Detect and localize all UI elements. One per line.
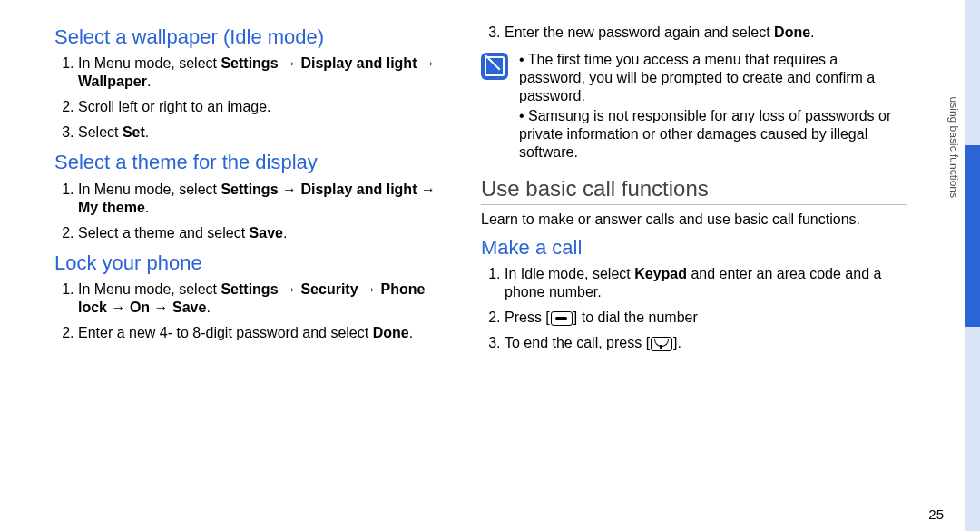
note-item: Samsung is not responsible for any loss … <box>519 107 907 162</box>
list-item: In Menu mode, select Settings → Security… <box>78 280 454 317</box>
note-icon <box>481 53 508 80</box>
list-item: Press [] to dial the number <box>505 309 907 327</box>
list-item: Select a theme and select Save. <box>78 224 454 242</box>
list-item: In Idle mode, select Keypad and enter an… <box>505 265 907 301</box>
heading-lock: Lock your phone <box>54 251 454 275</box>
side-label: using basic functions <box>947 97 960 198</box>
intro-call-functions: Learn to make or answer calls and use ba… <box>481 211 907 229</box>
list-item: Select Set. <box>78 123 454 142</box>
call-key-icon <box>551 311 573 326</box>
left-column: Select a wallpaper (Idle mode) In Menu m… <box>54 18 481 522</box>
list-item: Scroll left or right to an image. <box>78 98 454 116</box>
manual-page: Select a wallpaper (Idle mode) In Menu m… <box>54 18 926 522</box>
list-item: In Menu mode, select Settings → Display … <box>78 181 454 217</box>
steps-lock-continued: Enter the new password again and select … <box>481 24 907 42</box>
steps-make-call: In Idle mode, select Keypad and enter an… <box>481 265 907 352</box>
list-item: Enter the new password again and select … <box>505 24 907 42</box>
side-tab-active <box>965 145 980 327</box>
steps-lock: In Menu mode, select Settings → Security… <box>54 280 454 342</box>
note-box: The first time you access a menu that re… <box>481 51 907 163</box>
end-key-icon <box>651 337 672 351</box>
note-list: The first time you access a menu that re… <box>519 51 907 163</box>
heading-call-functions: Use basic call functions <box>481 176 907 205</box>
heading-theme: Select a theme for the display <box>54 151 454 174</box>
right-column: Enter the new password again and select … <box>481 18 907 522</box>
steps-wallpaper: In Menu mode, select Settings → Display … <box>54 54 454 142</box>
list-item: To end the call, press []. <box>505 334 907 352</box>
side-tab <box>965 0 980 531</box>
heading-make-call: Make a call <box>481 236 907 260</box>
page-number: 25 <box>928 506 944 522</box>
list-item: In Menu mode, select Settings → Display … <box>78 54 454 91</box>
steps-theme: In Menu mode, select Settings → Display … <box>54 181 454 242</box>
list-item: Enter a new 4- to 8-digit password and s… <box>78 324 454 342</box>
heading-wallpaper: Select a wallpaper (Idle mode) <box>54 25 454 49</box>
note-item: The first time you access a menu that re… <box>519 51 907 105</box>
